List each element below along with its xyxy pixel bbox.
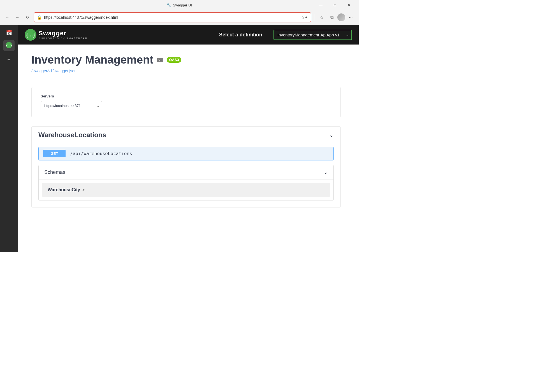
server-select-container: https://localhost:44371 ⌄ — [41, 101, 102, 110]
swagger-sidebar-icon: {…} — [6, 42, 12, 50]
history-icon: 📅 — [6, 30, 12, 36]
schema-item-warehousecity[interactable]: WarehouseCity > — [42, 183, 330, 197]
servers-label: Servers — [41, 94, 331, 98]
browser-layout: 📅 {…} + {…} Swagger — [0, 25, 359, 252]
servers-section: Servers https://localhost:44371 ⌄ — [31, 87, 341, 117]
get-endpoint-row[interactable]: GET /api/WarehouseLocations — [38, 147, 334, 160]
api-title-section: Inventory Management v1 OAS3 /swagger/v1… — [31, 53, 341, 73]
sidebar-icon-history[interactable]: 📅 — [3, 27, 15, 38]
back-button[interactable]: ← — [3, 13, 11, 21]
select-definition-label: Select a definition — [219, 32, 262, 38]
favicon-icon: 🔧 — [167, 3, 171, 7]
user-avatar[interactable] — [337, 13, 345, 21]
smartbear-label: SMARTBEAR — [66, 37, 88, 40]
lock-icon: 🔒 — [37, 15, 42, 20]
window-title: Swagger UI — [173, 3, 192, 7]
swagger-logo-text: Swagger Supported by SMARTBEAR — [39, 30, 87, 40]
badge-v1: v1 — [157, 58, 164, 62]
swagger-sub: Supported by SMARTBEAR — [39, 37, 87, 40]
sidebar-add-button[interactable]: + — [3, 54, 15, 65]
api-title: Inventory Management — [31, 53, 154, 66]
collections-button[interactable]: ⧉ — [327, 13, 336, 22]
swagger-braces-icon: {…} — [26, 32, 35, 38]
star-icon[interactable]: ☆✦ — [301, 15, 308, 20]
badge-oas3: OAS3 — [167, 57, 181, 63]
menu-button[interactable]: ··· — [346, 13, 355, 22]
schema-name: WarehouseCity — [48, 187, 80, 192]
api-title-row: Inventory Management v1 OAS3 — [31, 53, 341, 66]
get-method-badge: GET — [43, 150, 66, 157]
svg-text:{…}: {…} — [6, 44, 12, 47]
swagger-name: Swagger — [39, 30, 87, 37]
toolbar-divider — [315, 14, 315, 21]
toolbar-right: ☆ ⧉ ··· — [314, 13, 355, 22]
minimize-button[interactable]: — — [314, 1, 327, 9]
swagger-json-link[interactable]: /swagger/v1/swagger.json — [31, 69, 76, 73]
refresh-button[interactable]: ↻ — [24, 13, 31, 21]
schema-expand-icon: > — [82, 188, 85, 192]
window-controls: — □ ✕ — [314, 1, 355, 9]
browser-sidebar: 📅 {…} + — [0, 25, 18, 252]
forward-button[interactable]: → — [13, 13, 21, 21]
main-content: {…} Swagger Supported by SMARTBEAR Selec… — [18, 25, 359, 252]
browser-toolbar: ← → ↻ 🔒 ☆✦ ☆ ⧉ ··· — [0, 10, 359, 25]
window-chrome: 🔧 Swagger UI — □ ✕ ← → ↻ 🔒 ☆✦ ☆ ⧉ ··· — [0, 0, 359, 25]
maximize-button[interactable]: □ — [328, 1, 341, 9]
address-bar-input[interactable] — [44, 15, 299, 20]
section-divider-1 — [31, 80, 341, 80]
schemas-section: Schemas ⌄ WarehouseCity > — [38, 165, 334, 200]
warehouse-locations-chevron-icon: ⌄ — [329, 132, 334, 138]
endpoint-path: /api/WarehouseLocations — [70, 151, 132, 156]
swagger-logo-icon: {…} — [25, 29, 36, 41]
warehouse-locations-header[interactable]: WarehouseLocations ⌄ — [32, 127, 340, 143]
close-button[interactable]: ✕ — [342, 1, 355, 9]
address-bar-container: 🔒 ☆✦ — [34, 12, 311, 22]
schemas-chevron-icon: ⌄ — [324, 169, 328, 175]
title-bar-title: 🔧 Swagger UI — [167, 3, 192, 7]
definition-select[interactable]: InventoryManagement.ApiApp v1 — [273, 30, 352, 40]
favorites-button[interactable]: ☆ — [317, 13, 326, 22]
swagger-navbar: {…} Swagger Supported by SMARTBEAR Selec… — [18, 25, 359, 45]
plus-icon: + — [7, 57, 11, 63]
swagger-content: Inventory Management v1 OAS3 /swagger/v1… — [18, 45, 354, 221]
server-select[interactable]: https://localhost:44371 — [41, 101, 102, 110]
sidebar-icon-swagger[interactable]: {…} — [3, 40, 15, 51]
swagger-logo: {…} Swagger Supported by SMARTBEAR — [25, 29, 87, 41]
schemas-title: Schemas — [44, 169, 65, 175]
warehouse-locations-section: WarehouseLocations ⌄ GET /api/WarehouseL… — [31, 126, 341, 207]
definition-select-container: InventoryManagement.ApiApp v1 ⌄ — [273, 30, 352, 40]
warehouse-locations-title: WarehouseLocations — [38, 131, 106, 139]
schemas-header[interactable]: Schemas ⌄ — [39, 165, 333, 179]
title-bar: 🔧 Swagger UI — □ ✕ — [0, 0, 359, 10]
